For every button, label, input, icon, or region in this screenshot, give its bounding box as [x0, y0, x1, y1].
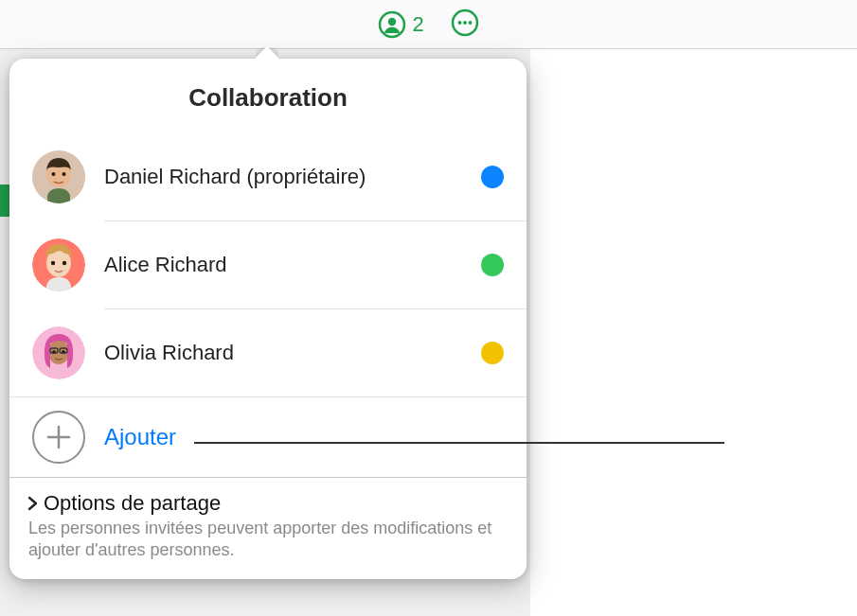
person-circle-icon — [378, 10, 406, 39]
svg-point-5 — [468, 21, 472, 25]
popover-caret — [256, 47, 278, 60]
collaborator-row[interactable]: Olivia Richard — [104, 308, 527, 396]
toolbar: 2 — [0, 0, 857, 49]
collaboration-popover: Collaboration Daniel Richard (propriétai… — [9, 59, 527, 579]
collaborator-row[interactable]: Alice Richard — [104, 220, 527, 308]
status-dot — [481, 166, 504, 188]
avatar — [32, 150, 85, 203]
avatar — [32, 238, 85, 291]
svg-point-13 — [62, 261, 66, 265]
svg-point-15 — [48, 340, 69, 364]
more-toolbar-button[interactable] — [451, 9, 479, 41]
avatar — [32, 326, 85, 379]
memoji-icon — [32, 150, 85, 203]
svg-point-4 — [463, 21, 467, 25]
memoji-icon — [32, 326, 85, 379]
memoji-icon — [32, 238, 85, 291]
popover-title: Collaboration — [9, 59, 527, 133]
status-dot — [481, 254, 504, 276]
collaborator-name: Olivia Richard — [104, 341, 481, 365]
collaboration-toolbar-button[interactable]: 2 — [378, 10, 423, 39]
collab-count: 2 — [412, 12, 423, 37]
svg-point-12 — [51, 261, 55, 265]
collaborator-name: Alice Richard — [104, 253, 481, 277]
svg-point-9 — [62, 172, 66, 176]
svg-point-8 — [52, 172, 56, 176]
share-options-description: Les personnes invitées peuvent apporter … — [25, 518, 511, 562]
sheet-tab-indicator — [0, 185, 9, 217]
callout-line — [194, 442, 724, 444]
add-label: Ajouter — [104, 424, 176, 450]
svg-point-1 — [388, 17, 396, 25]
share-options-title: Options de partage — [44, 491, 221, 516]
add-people-button[interactable]: Ajouter — [9, 396, 527, 477]
share-options-row[interactable]: Options de partage Les personnes invitée… — [9, 477, 527, 579]
collaborator-name: Daniel Richard (propriétaire) — [104, 165, 481, 189]
chevron-right-icon — [25, 495, 40, 512]
ellipsis-circle-icon — [451, 9, 479, 37]
collaborator-row[interactable]: Daniel Richard (propriétaire) — [32, 133, 527, 220]
plus-circle-icon — [32, 411, 85, 464]
status-dot — [481, 342, 504, 364]
svg-point-3 — [457, 21, 461, 25]
collaborator-list: Daniel Richard (propriétaire) Alice R — [9, 133, 527, 396]
